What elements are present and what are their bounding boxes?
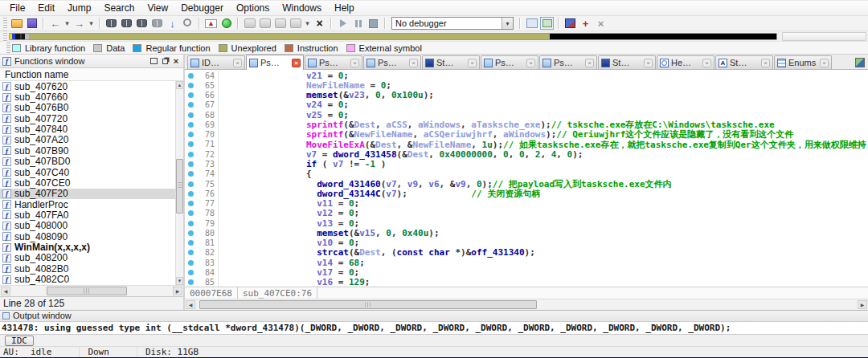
debug-tool-icon-3[interactable]: [273, 17, 287, 30]
function-row[interactable]: fsub_4082B0: [0, 263, 183, 274]
debug-tool-icon-2[interactable]: [258, 17, 272, 30]
toolbar-drag-handle[interactable]: [3, 31, 7, 42]
open-file-icon[interactable]: [10, 17, 23, 30]
scrollbar-thumb[interactable]: [176, 159, 183, 214]
add-breakpoint-icon[interactable]: [579, 17, 592, 30]
function-row[interactable]: fsub_408000: [0, 221, 183, 231]
functions-window-titlebar[interactable]: f Functions window: [0, 55, 183, 68]
jump-function-icon[interactable]: [120, 17, 133, 30]
menu-item-help[interactable]: Help: [328, 2, 361, 14]
tab-close-icon[interactable]: ×: [350, 59, 359, 67]
stop-icon[interactable]: [366, 17, 380, 30]
tab-id[interactable]: ID…×: [187, 55, 245, 69]
caret-down-icon[interactable]: [63, 17, 71, 30]
code-line[interactable]: 72 v7 = dword_431458(&Dest, 0x40000000, …: [185, 149, 868, 159]
menu-item-view[interactable]: View: [141, 2, 174, 14]
legend-drag-handle[interactable]: [6, 43, 10, 54]
function-row[interactable]: fsub_407FA0: [0, 210, 183, 220]
scroll-right-icon[interactable]: ▶: [858, 300, 867, 309]
code-line[interactable]: 64 v21 = 0;: [185, 71, 868, 80]
nav-forward-icon[interactable]: [72, 17, 86, 30]
function-row[interactable]: fsub_407A20: [0, 135, 183, 145]
menu-item-options[interactable]: Options: [230, 2, 276, 14]
search-icon[interactable]: [181, 17, 194, 30]
scroll-left-icon[interactable]: ◀: [186, 300, 195, 309]
scrollbar-thumb[interactable]: [47, 287, 127, 295]
scroll-left-icon[interactable]: ◀: [1, 287, 10, 295]
tab-close-icon[interactable]: ×: [585, 59, 594, 67]
tab-ps[interactable]: Ps…×: [305, 55, 362, 69]
function-row[interactable]: fsub_408200: [0, 253, 183, 263]
scroll-right-icon[interactable]: ▶: [173, 287, 182, 295]
tab-close-icon[interactable]: ×: [761, 59, 770, 67]
pause-icon[interactable]: [351, 17, 365, 30]
float-icon[interactable]: [160, 56, 170, 66]
function-row[interactable]: fsub_407B90: [0, 145, 183, 156]
pseudocode-view[interactable]: 64 v21 = 0;65 NewFileName = 0;66 memset(…: [185, 70, 868, 287]
code-line[interactable]: 65 NewFileName = 0;: [185, 80, 868, 90]
code-line[interactable]: 78 v12 = 0;: [185, 209, 868, 218]
maximize-icon[interactable]: [149, 56, 158, 66]
jump-name-icon[interactable]: [135, 17, 149, 30]
code-line[interactable]: 79 v13 = 0;: [185, 218, 868, 228]
code-line[interactable]: 84 v17 = 0;: [185, 267, 868, 277]
tab-list-icon[interactable]: [855, 58, 865, 67]
tab-ps[interactable]: Ps…×: [363, 55, 421, 69]
debug-tool-icon-1[interactable]: [243, 17, 256, 30]
delete-breakpoint-icon[interactable]: [594, 17, 608, 30]
navigation-band-segment[interactable]: [29, 34, 550, 39]
caret-down-icon[interactable]: [88, 17, 95, 30]
idc-tab-button[interactable]: IDC: [5, 336, 34, 346]
code-line[interactable]: 82 strcat(&Dest, (const char *)&off_4313…: [185, 248, 868, 258]
play-icon[interactable]: [336, 17, 350, 30]
search-dim-icon[interactable]: [150, 17, 164, 30]
tab-close-icon[interactable]: ×: [409, 59, 418, 67]
code-line[interactable]: 71 MoveFileExA(&Dest, &NewFileName, 1u);…: [185, 140, 868, 149]
tab-close-icon[interactable]: ×: [292, 59, 301, 67]
scrollbar-thumb[interactable]: [199, 300, 537, 309]
functions-vertical-scrollbar[interactable]: ▲ ▼: [175, 81, 183, 285]
modules-icon[interactable]: [563, 17, 577, 30]
nav-back-icon[interactable]: [48, 17, 62, 30]
function-row[interactable]: fHandlerProc: [0, 199, 183, 210]
tab-close-icon[interactable]: ×: [702, 59, 711, 67]
switch-debugger-icon[interactable]: [525, 17, 538, 30]
function-row[interactable]: fsub_4076B0: [0, 103, 183, 113]
scroll-down-icon[interactable]: ▼: [176, 277, 183, 285]
function-row[interactable]: fsub_408090: [0, 231, 183, 242]
tab-he[interactable]: He…×: [657, 55, 714, 69]
menu-item-search[interactable]: Search: [97, 2, 141, 14]
function-row[interactable]: fWinMain(x,x,x,x): [0, 242, 183, 252]
tab-close-icon[interactable]: ×: [820, 59, 829, 67]
debugger-options-icon[interactable]: [540, 17, 554, 30]
scroll-up-icon[interactable]: ▲: [176, 81, 183, 89]
function-row[interactable]: fsub_407620: [0, 81, 183, 92]
tab-close-icon[interactable]: ×: [644, 59, 653, 67]
navigation-band-segment[interactable]: [550, 34, 776, 39]
toolbar-drag-handle[interactable]: [3, 18, 7, 29]
menu-item-file[interactable]: File: [3, 2, 31, 14]
debug-tool-icon-4[interactable]: [289, 17, 302, 30]
function-row[interactable]: fsub_407720: [0, 113, 183, 124]
code-line[interactable]: 81 v10 = 0;: [185, 238, 868, 248]
function-row[interactable]: fsub_407BD0: [0, 157, 183, 167]
close-toolbar-icon[interactable]: [313, 17, 326, 30]
function-row[interactable]: fsub_407840: [0, 124, 183, 134]
menu-item-edit[interactable]: Edit: [31, 2, 61, 14]
caret-down-icon[interactable]: [304, 17, 311, 30]
code-line[interactable]: 73 if ( v7 != -1 ): [185, 159, 868, 169]
pseudocode-horizontal-scrollbar[interactable]: ◀ ▶: [185, 299, 868, 310]
tab-st[interactable]: St…×: [715, 55, 773, 69]
menu-item-debugger[interactable]: Debugger: [174, 2, 230, 14]
navigation-band-strip[interactable]: [9, 33, 777, 40]
jump-down-icon[interactable]: [166, 17, 179, 30]
function-name-column-header[interactable]: Function name: [0, 68, 183, 81]
tab-st[interactable]: St…×: [598, 55, 656, 69]
close-icon[interactable]: [171, 56, 181, 66]
function-row[interactable]: fsub_407CE0: [0, 177, 183, 188]
code-line[interactable]: 77 v11 = 0;: [185, 198, 868, 208]
tab-close-icon[interactable]: ×: [468, 59, 477, 67]
tab-ps[interactable]: Ps…×: [539, 55, 597, 69]
output-window-titlebar[interactable]: Output window: [0, 311, 868, 322]
tab-close-icon[interactable]: ×: [526, 59, 535, 67]
